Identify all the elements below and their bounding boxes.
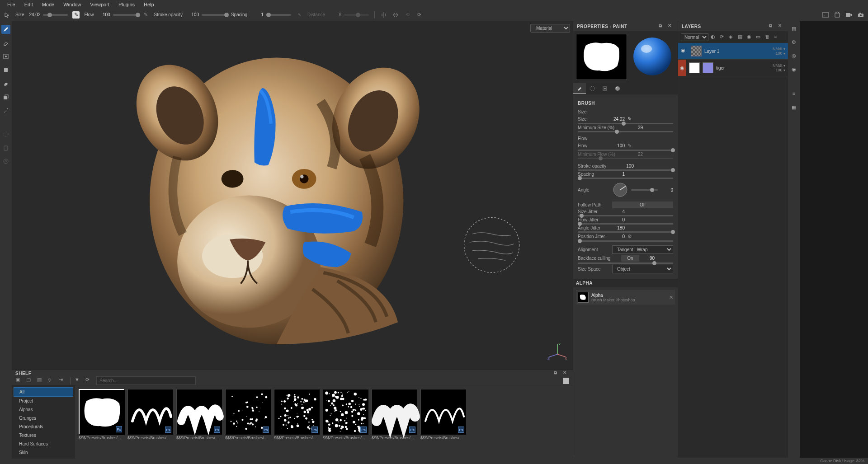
- brush-tab[interactable]: [573, 83, 586, 94]
- shelf-cat-textures[interactable]: Textures: [14, 431, 73, 440]
- menu-mode[interactable]: Mode: [38, 2, 59, 7]
- size-jitter-value[interactable]: 4: [612, 209, 625, 214]
- shelf-view-toggle[interactable]: [563, 378, 569, 384]
- visibility-icon[interactable]: ◉: [678, 60, 686, 76]
- layer-layer1[interactable]: ◉ Layer 1 NMdt ▾ 100 ▾: [678, 43, 788, 60]
- alpha-thumb[interactable]: [578, 292, 589, 303]
- jitter-settings-icon[interactable]: ⚙: [627, 234, 634, 239]
- brush-preset[interactable]: Ps$$$/Presets/Brushes/...: [176, 389, 222, 455]
- size-value[interactable]: 24.02: [612, 117, 625, 122]
- angle-value[interactable]: 0: [660, 187, 673, 192]
- display-settings-icon[interactable]: ◎: [789, 51, 798, 60]
- flow-slider[interactable]: [113, 14, 138, 16]
- shelf-new-icon[interactable]: ▢: [26, 377, 34, 385]
- layer-tiger[interactable]: ◉ tiger NMdt ▾ 100 ▾: [678, 60, 788, 76]
- flow-jitter-slider[interactable]: [578, 223, 673, 225]
- alignment-dropdown[interactable]: Tangent | Wrap: [612, 245, 673, 254]
- layer-thumb[interactable]: [691, 46, 702, 56]
- add-mask-icon[interactable]: ◐: [711, 34, 717, 41]
- polygon-fill-tool[interactable]: [1, 66, 10, 75]
- size-slider-prop[interactable]: [578, 123, 673, 124]
- layers-popout-icon[interactable]: ⧉: [769, 23, 775, 29]
- spacing-slider[interactable]: [266, 14, 291, 16]
- brush-preset[interactable]: Ps$$$/Presets/Brushes/...: [274, 389, 319, 455]
- add-layer-icon[interactable]: ◈: [729, 34, 736, 41]
- angle-slider[interactable]: [631, 189, 658, 191]
- menu-viewport[interactable]: Viewport: [85, 2, 114, 7]
- shelf-filter-icon[interactable]: ▼: [75, 377, 83, 385]
- min-size-slider[interactable]: [578, 131, 673, 132]
- pen-pressure-size-icon[interactable]: ✎: [627, 116, 634, 122]
- shelf-cat-all[interactable]: All: [14, 387, 73, 397]
- texture-set-list-icon[interactable]: ▤: [789, 24, 798, 33]
- menu-help[interactable]: Help: [139, 2, 159, 7]
- add-folder-icon[interactable]: ▭: [756, 34, 763, 41]
- follow-path-toggle[interactable]: Off: [612, 202, 673, 208]
- shelf-cat-hard-surfaces[interactable]: Hard Surfaces: [14, 440, 73, 448]
- pressure-flow-icon[interactable]: ✎: [142, 11, 150, 19]
- backface-toggle[interactable]: On: [621, 255, 639, 262]
- brush-preset[interactable]: Ps$$$/Presets/Brushes/...: [323, 389, 368, 455]
- shelf-cat-procedurals[interactable]: Procedurals: [14, 422, 73, 431]
- layer-channels[interactable]: NMdt ▾: [773, 47, 785, 51]
- reset-icon[interactable]: ⟳: [415, 11, 423, 19]
- smudge-tool[interactable]: [1, 79, 10, 88]
- baking-icon[interactable]: [1, 143, 10, 152]
- layer-name[interactable]: tiger: [716, 66, 770, 70]
- link-icon[interactable]: ⟲: [404, 11, 411, 19]
- shelf-cat-grunges[interactable]: Grunges: [14, 414, 73, 422]
- alpha-preview[interactable]: [576, 34, 627, 80]
- layer-opacity[interactable]: 100: [775, 51, 782, 56]
- viewport-3d[interactable]: Material: [12, 21, 573, 370]
- shelf-reload-icon[interactable]: ⟳: [85, 377, 94, 385]
- shelf-search-input[interactable]: [96, 376, 196, 385]
- menu-window[interactable]: Window: [59, 2, 85, 7]
- menu-edit[interactable]: Edit: [20, 2, 38, 7]
- shelf-cat-alphas[interactable]: Alphas: [14, 405, 73, 414]
- shelf-cat-project[interactable]: Project: [14, 397, 73, 405]
- iray-icon[interactable]: [1, 157, 10, 166]
- add-fill-icon[interactable]: ▦: [738, 34, 745, 41]
- camera-icon[interactable]: [845, 11, 853, 19]
- spacing-value-p[interactable]: 1: [612, 172, 625, 177]
- material-picker-tool[interactable]: [1, 106, 10, 115]
- clone-tool[interactable]: [1, 93, 10, 102]
- add-effect-icon[interactable]: ⟳: [720, 34, 726, 41]
- stroke-op-slider[interactable]: [578, 169, 673, 171]
- spacing-value[interactable]: 1: [250, 12, 264, 17]
- log-icon[interactable]: ▦: [789, 103, 798, 112]
- shelf-folder-icon[interactable]: ▣: [15, 377, 24, 385]
- props-popout-icon[interactable]: ⧉: [659, 23, 665, 29]
- brush-preset[interactable]: Ps$$$/Presets/Brushes/...: [79, 389, 124, 455]
- brush-preset[interactable]: Ps$$$/Presets/Brushes/...: [372, 389, 417, 455]
- visibility-icon[interactable]: ◉: [681, 47, 688, 55]
- flow-value[interactable]: 100: [97, 12, 110, 17]
- min-size-value[interactable]: 39: [630, 125, 643, 130]
- stroke-opacity-value[interactable]: 100: [185, 12, 199, 17]
- shelf-close-icon[interactable]: ✕: [563, 370, 569, 376]
- menu-plugins[interactable]: Plugins: [114, 2, 139, 7]
- lazy-mouse-icon[interactable]: ∿: [296, 11, 303, 19]
- flow-value-p[interactable]: 100: [612, 143, 625, 148]
- size-slider[interactable]: [43, 14, 68, 16]
- material-channel-dropdown[interactable]: Material: [530, 24, 570, 33]
- delete-layer-icon[interactable]: 🗑: [765, 34, 772, 41]
- shelf-save-icon[interactable]: ▤: [37, 377, 45, 385]
- alpha-tab[interactable]: [586, 83, 599, 94]
- material-tab[interactable]: [611, 83, 624, 94]
- pressure-size-icon[interactable]: ✎: [72, 11, 80, 19]
- size-value[interactable]: 24.02: [27, 12, 40, 17]
- flow-slider-prop[interactable]: [578, 150, 673, 151]
- layer-name[interactable]: Layer 1: [704, 49, 770, 54]
- layer-mask-thumb[interactable]: [689, 62, 700, 73]
- shelf-cat-skin[interactable]: Skin: [14, 448, 73, 457]
- menu-file[interactable]: File: [3, 2, 20, 7]
- eraser-tool[interactable]: [1, 38, 10, 47]
- flow-jitter-value[interactable]: 0: [612, 217, 625, 222]
- axis-gizmo[interactable]: Y X Z: [547, 342, 567, 361]
- shelf-hide-icon[interactable]: ⦸: [48, 377, 56, 385]
- layer-thumb[interactable]: [703, 62, 713, 73]
- texture-set-settings-icon[interactable]: ⚙: [789, 37, 798, 47]
- angle-jitter-value[interactable]: 180: [612, 225, 625, 230]
- blend-mode-dropdown[interactable]: Normal: [681, 33, 708, 41]
